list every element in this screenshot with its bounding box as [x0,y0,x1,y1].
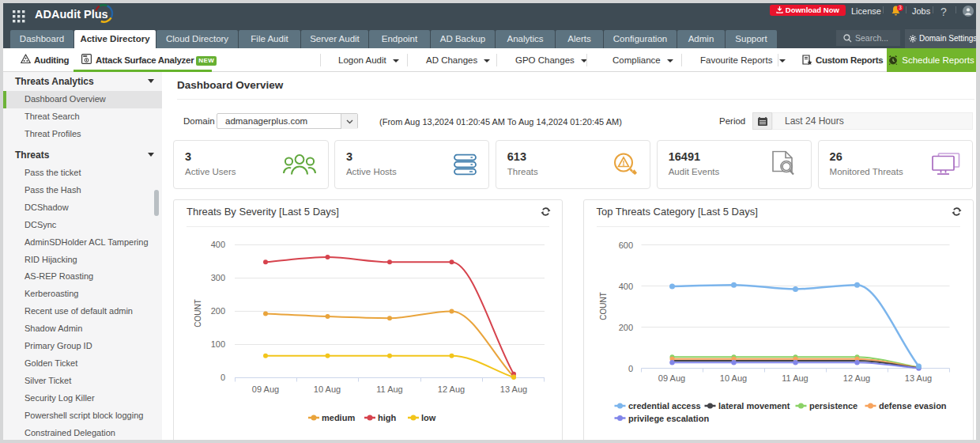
svg-text:0: 0 [628,364,632,373]
svg-text:11 Aug: 11 Aug [376,384,402,394]
svg-text:low: low [421,413,436,422]
svg-text:10 Aug: 10 Aug [314,384,341,394]
svg-text:200: 200 [618,323,632,332]
svg-text:13 Aug: 13 Aug [500,384,527,394]
svg-text:11 Aug: 11 Aug [782,373,808,383]
svg-text:100: 100 [211,339,225,349]
svg-text:0: 0 [220,373,225,382]
svg-text:lateral movement: lateral movement [718,401,790,411]
svg-text:high: high [378,413,396,422]
svg-text:09 Aug: 09 Aug [252,384,279,394]
svg-text:12 Aug: 12 Aug [842,373,869,383]
svg-text:09 Aug: 09 Aug [658,373,684,383]
svg-text:12 Aug: 12 Aug [438,384,465,394]
svg-text:credential access: credential access [628,401,701,411]
svg-text:COUNT: COUNT [599,292,608,320]
svg-text:13 Aug: 13 Aug [904,373,931,383]
svg-text:400: 400 [211,240,225,249]
svg-text:300: 300 [211,273,225,282]
svg-text:200: 200 [211,306,225,316]
svg-text:COUNT: COUNT [194,299,202,328]
svg-text:600: 600 [618,240,632,250]
svg-text:privilege escalation: privilege escalation [628,414,709,423]
svg-text:400: 400 [618,282,632,291]
svg-text:10 Aug: 10 Aug [719,373,746,383]
svg-text:defense evasion: defense evasion [879,401,947,411]
svg-text:medium: medium [322,413,355,422]
svg-text:persistence: persistence [809,401,858,411]
